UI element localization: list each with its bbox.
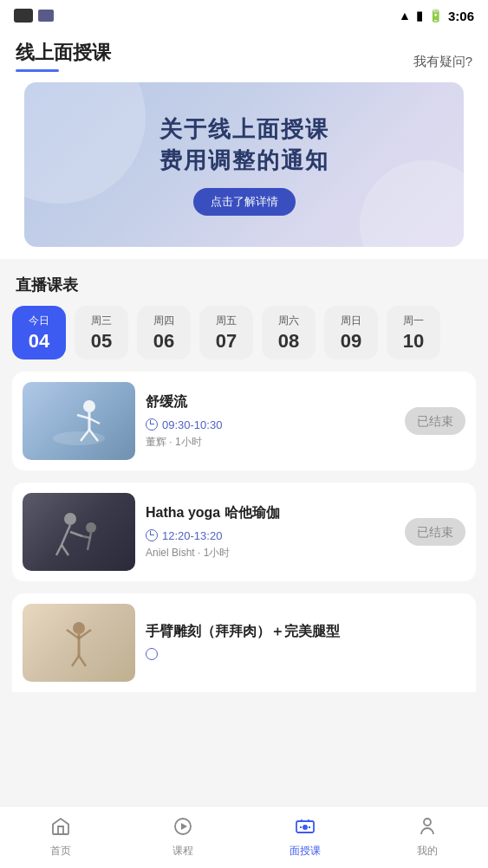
banner-deco-circle-2 [360, 160, 464, 247]
banner-deco-circle-1 [24, 82, 146, 204]
course-info-0: 舒缓流 09:30-10:30 董辉 · 1小时 [146, 393, 394, 450]
course-instructor-0: 董辉 · 1小时 [146, 435, 394, 450]
status-badge-0: 已结束 [405, 407, 465, 435]
svg-line-3 [77, 415, 89, 418]
svg-point-25 [424, 819, 431, 826]
clock-icon-1 [146, 529, 158, 541]
svg-line-20 [79, 656, 86, 666]
day-num-0: 04 [29, 330, 49, 353]
clock-icon-2 [146, 648, 158, 660]
nav-label-profile: 我的 [417, 844, 438, 858]
page-title: 线上面授课 [16, 40, 111, 66]
course-thumb-2 [23, 604, 135, 682]
course-time-text-0: 09:30-10:30 [162, 418, 222, 431]
course-name-0: 舒缓流 [146, 393, 394, 411]
day-num-3: 07 [216, 330, 237, 353]
svg-point-12 [86, 522, 96, 533]
day-tab-6[interactable]: 周一 10 [387, 306, 440, 360]
status-bar: ▲ ▮ 🔋 3:06 [0, 0, 488, 31]
clock-icon-0 [146, 418, 158, 431]
day-tab-2[interactable]: 周四 06 [137, 306, 191, 360]
banner-main-text: 关于线上面授课费用调整的通知 [159, 113, 329, 177]
svg-line-13 [88, 533, 91, 550]
wifi-icon: ▲ [399, 9, 411, 23]
bottom-nav: 首页 课程 面授课 我的 [0, 806, 488, 868]
course-time-1: 12:20-13:20 [146, 529, 394, 542]
svg-point-15 [73, 622, 85, 634]
course-list: 舒缓流 09:30-10:30 董辉 · 1小时 已结束 [0, 372, 488, 692]
yoga-pose-2-icon [44, 502, 114, 562]
svg-line-9 [70, 532, 82, 536]
course-info-1: Hatha yoga 哈他瑜伽 12:20-13:20 Aniel Bisht … [146, 504, 394, 560]
status-right-icons: ▲ ▮ 🔋 3:06 [399, 9, 474, 23]
day-label-1: 周三 [91, 314, 112, 328]
user-icon [417, 816, 438, 840]
day-label-0: 今日 [29, 314, 49, 328]
day-tab-3[interactable]: 周五 07 [199, 306, 253, 360]
day-label-3: 周五 [216, 314, 237, 328]
course-thumb-0 [23, 382, 135, 460]
course-card-2[interactable]: 手臂雕刻（拜拜肉）＋完美腿型 [12, 593, 476, 692]
course-status-1[interactable]: 已结束 [405, 524, 465, 541]
battery-icon: 🔋 [428, 9, 443, 23]
title-underline [16, 69, 59, 72]
status-badge-1: 已结束 [405, 518, 465, 546]
day-tab-0[interactable]: 今日 04 [12, 306, 66, 360]
day-label-4: 周六 [278, 314, 299, 328]
home-icon [50, 816, 71, 840]
clock-display: 3:06 [448, 9, 474, 23]
yoga-pose-3-icon [44, 612, 114, 673]
day-label-5: 周日 [341, 314, 361, 328]
signal-icon: ▮ [416, 9, 423, 23]
day-label-6: 周一 [403, 314, 424, 328]
svg-line-10 [56, 545, 62, 555]
help-link[interactable]: 我有疑问? [413, 54, 472, 82]
banner[interactable]: 关于线上面授课费用调整的通知 点击了解详情 [24, 82, 464, 247]
live-icon [295, 816, 316, 840]
day-tab-5[interactable]: 周日 09 [324, 306, 378, 360]
svg-line-11 [62, 545, 68, 555]
banner-button[interactable]: 点击了解详情 [193, 188, 296, 216]
day-num-6: 10 [403, 330, 424, 353]
header-title-wrap: 线上面授课 [16, 40, 111, 82]
day-num-2: 06 [153, 330, 174, 353]
course-status-0[interactable]: 已结束 [405, 413, 465, 430]
nav-item-live[interactable]: 面授课 [244, 806, 367, 868]
svg-line-4 [89, 418, 100, 424]
day-tab-1[interactable]: 周三 05 [75, 306, 128, 360]
nav-label-live: 面授课 [290, 844, 321, 858]
svg-line-19 [72, 656, 79, 666]
course-time-2 [146, 648, 465, 660]
course-name-1: Hatha yoga 哈他瑜伽 [146, 504, 394, 522]
yoga-pose-1-icon [44, 391, 114, 451]
nav-label-home: 首页 [50, 844, 71, 858]
day-num-4: 08 [278, 330, 299, 353]
nav-item-home[interactable]: 首页 [0, 806, 122, 868]
nav-item-courses[interactable]: 课程 [122, 806, 244, 868]
course-instructor-1: Aniel Bisht · 1小时 [146, 546, 394, 560]
course-card-1[interactable]: Hatha yoga 哈他瑜伽 12:20-13:20 Aniel Bisht … [12, 483, 476, 581]
course-time-text-1: 12:20-13:20 [162, 529, 222, 542]
svg-point-1 [83, 400, 95, 412]
play-icon [172, 816, 193, 840]
svg-line-8 [62, 525, 70, 545]
course-thumb-1 [23, 493, 135, 571]
course-time-0: 09:30-10:30 [146, 418, 394, 431]
app-icon-1 [14, 9, 33, 23]
course-card-0[interactable]: 舒缓流 09:30-10:30 董辉 · 1小时 已结束 [12, 372, 476, 470]
status-left-icons [14, 9, 54, 23]
day-tab-4[interactable]: 周六 08 [262, 306, 316, 360]
banner-text-wrap: 关于线上面授课费用调整的通知 点击了解详情 [159, 113, 329, 217]
day-num-5: 09 [341, 330, 361, 353]
day-tabs: 今日 04 周三 05 周四 06 周五 07 周六 08 周日 09 周一 1… [0, 306, 488, 372]
course-name-2: 手臂雕刻（拜拜肉）＋完美腿型 [146, 623, 465, 641]
svg-point-7 [64, 513, 76, 525]
svg-point-24 [303, 825, 308, 830]
day-num-1: 05 [91, 330, 112, 353]
nav-item-profile[interactable]: 我的 [366, 806, 488, 868]
app-icon-2 [38, 10, 54, 22]
day-label-2: 周四 [153, 314, 174, 328]
header: 线上面授课 我有疑问? [0, 31, 488, 82]
schedule-section-title: 直播课表 [0, 259, 488, 306]
nav-label-courses: 课程 [172, 844, 193, 858]
